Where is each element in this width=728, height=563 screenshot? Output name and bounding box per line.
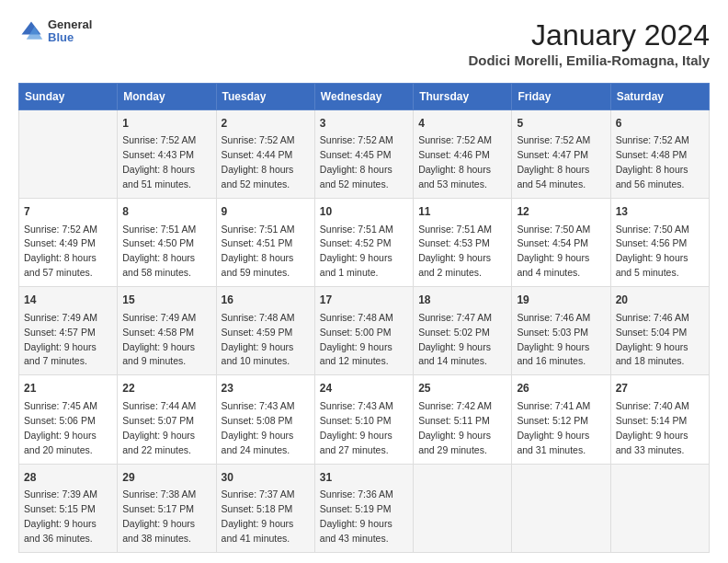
day-info: Sunrise: 7:50 AM Sunset: 4:54 PM Dayligh…	[517, 224, 590, 279]
day-number: 11	[418, 204, 506, 220]
week-row-4: 21Sunrise: 7:45 AM Sunset: 5:06 PM Dayli…	[19, 375, 710, 464]
day-cell: 16Sunrise: 7:48 AM Sunset: 4:59 PM Dayli…	[216, 287, 314, 375]
day-info: Sunrise: 7:45 AM Sunset: 5:06 PM Dayligh…	[24, 400, 97, 455]
week-row-5: 28Sunrise: 7:39 AM Sunset: 5:15 PM Dayli…	[19, 464, 710, 552]
header-cell-thursday: Thursday	[414, 84, 512, 110]
day-info: Sunrise: 7:36 AM Sunset: 5:19 PM Dayligh…	[320, 488, 393, 544]
main-title: January 2024	[468, 18, 710, 52]
day-cell	[19, 110, 118, 199]
logo: General Blue	[18, 18, 92, 45]
day-number: 26	[517, 381, 605, 396]
day-info: Sunrise: 7:52 AM Sunset: 4:49 PM Dayligh…	[24, 224, 97, 279]
calendar-body: 1Sunrise: 7:52 AM Sunset: 4:43 PM Daylig…	[19, 110, 710, 553]
day-info: Sunrise: 7:42 AM Sunset: 5:11 PM Dayligh…	[418, 400, 492, 455]
week-row-2: 7Sunrise: 7:52 AM Sunset: 4:49 PM Daylig…	[19, 199, 710, 287]
day-info: Sunrise: 7:50 AM Sunset: 4:56 PM Dayligh…	[616, 224, 689, 279]
day-info: Sunrise: 7:49 AM Sunset: 4:58 PM Dayligh…	[122, 312, 196, 367]
day-cell: 30Sunrise: 7:37 AM Sunset: 5:18 PM Dayli…	[216, 464, 314, 552]
day-cell	[610, 464, 709, 552]
day-number: 20	[616, 293, 704, 308]
day-cell	[512, 464, 610, 552]
day-cell: 28Sunrise: 7:39 AM Sunset: 5:15 PM Dayli…	[19, 464, 118, 552]
day-number: 28	[24, 470, 112, 486]
day-cell: 7Sunrise: 7:52 AM Sunset: 4:49 PM Daylig…	[19, 199, 118, 287]
day-info: Sunrise: 7:52 AM Sunset: 4:48 PM Dayligh…	[616, 134, 689, 190]
day-info: Sunrise: 7:52 AM Sunset: 4:46 PM Dayligh…	[418, 134, 492, 190]
day-number: 2	[222, 116, 310, 132]
day-cell	[414, 464, 512, 552]
day-cell: 5Sunrise: 7:52 AM Sunset: 4:47 PM Daylig…	[512, 110, 610, 199]
day-info: Sunrise: 7:41 AM Sunset: 5:12 PM Dayligh…	[517, 400, 590, 455]
day-cell: 19Sunrise: 7:46 AM Sunset: 5:03 PM Dayli…	[512, 287, 610, 375]
day-cell: 6Sunrise: 7:52 AM Sunset: 4:48 PM Daylig…	[610, 110, 709, 199]
day-info: Sunrise: 7:49 AM Sunset: 4:57 PM Dayligh…	[24, 312, 97, 367]
day-number: 27	[616, 381, 704, 396]
sub-title: Dodici Morelli, Emilia-Romagna, Italy	[468, 52, 710, 68]
day-number: 10	[320, 204, 408, 220]
day-cell: 12Sunrise: 7:50 AM Sunset: 4:54 PM Dayli…	[512, 199, 610, 287]
day-info: Sunrise: 7:44 AM Sunset: 5:07 PM Dayligh…	[122, 400, 196, 455]
day-info: Sunrise: 7:48 AM Sunset: 5:00 PM Dayligh…	[320, 312, 393, 367]
header-cell-wednesday: Wednesday	[314, 84, 413, 110]
day-number: 17	[320, 293, 408, 308]
day-info: Sunrise: 7:47 AM Sunset: 5:02 PM Dayligh…	[418, 312, 492, 367]
day-number: 30	[222, 470, 310, 486]
day-cell: 18Sunrise: 7:47 AM Sunset: 5:02 PM Dayli…	[414, 287, 512, 375]
day-cell: 10Sunrise: 7:51 AM Sunset: 4:52 PM Dayli…	[314, 199, 413, 287]
day-number: 9	[222, 204, 310, 220]
day-cell: 4Sunrise: 7:52 AM Sunset: 4:46 PM Daylig…	[414, 110, 512, 199]
logo-icon	[18, 18, 44, 44]
day-cell: 20Sunrise: 7:46 AM Sunset: 5:04 PM Dayli…	[610, 287, 709, 375]
day-info: Sunrise: 7:38 AM Sunset: 5:17 PM Dayligh…	[122, 488, 196, 544]
day-number: 12	[517, 204, 605, 220]
day-number: 13	[616, 204, 704, 220]
day-cell: 26Sunrise: 7:41 AM Sunset: 5:12 PM Dayli…	[512, 375, 610, 464]
day-info: Sunrise: 7:52 AM Sunset: 4:45 PM Dayligh…	[320, 134, 393, 190]
day-info: Sunrise: 7:40 AM Sunset: 5:14 PM Dayligh…	[616, 400, 689, 455]
day-number: 1	[122, 116, 210, 132]
day-info: Sunrise: 7:52 AM Sunset: 4:44 PM Dayligh…	[222, 134, 295, 190]
title-block: January 2024 Dodici Morelli, Emilia-Roma…	[468, 18, 710, 68]
week-row-3: 14Sunrise: 7:49 AM Sunset: 4:57 PM Dayli…	[19, 287, 710, 375]
day-info: Sunrise: 7:51 AM Sunset: 4:50 PM Dayligh…	[122, 224, 196, 279]
calendar-table: SundayMondayTuesdayWednesdayThursdayFrid…	[18, 83, 710, 553]
day-info: Sunrise: 7:48 AM Sunset: 4:59 PM Dayligh…	[222, 312, 295, 367]
header-cell-monday: Monday	[118, 84, 216, 110]
day-info: Sunrise: 7:39 AM Sunset: 5:15 PM Dayligh…	[24, 488, 97, 544]
header-cell-saturday: Saturday	[610, 84, 709, 110]
day-number: 29	[122, 470, 210, 486]
day-cell: 25Sunrise: 7:42 AM Sunset: 5:11 PM Dayli…	[414, 375, 512, 464]
header-cell-friday: Friday	[512, 84, 610, 110]
header-row: SundayMondayTuesdayWednesdayThursdayFrid…	[19, 84, 710, 110]
header-cell-sunday: Sunday	[19, 84, 118, 110]
day-cell: 31Sunrise: 7:36 AM Sunset: 5:19 PM Dayli…	[314, 464, 413, 552]
day-cell: 17Sunrise: 7:48 AM Sunset: 5:00 PM Dayli…	[314, 287, 413, 375]
day-number: 3	[320, 116, 408, 132]
day-cell: 29Sunrise: 7:38 AM Sunset: 5:17 PM Dayli…	[118, 464, 216, 552]
day-info: Sunrise: 7:43 AM Sunset: 5:10 PM Dayligh…	[320, 400, 393, 455]
day-cell: 27Sunrise: 7:40 AM Sunset: 5:14 PM Dayli…	[610, 375, 709, 464]
day-number: 25	[418, 381, 506, 396]
day-number: 19	[517, 293, 605, 308]
day-info: Sunrise: 7:51 AM Sunset: 4:51 PM Dayligh…	[222, 224, 295, 279]
day-number: 23	[222, 381, 310, 396]
logo-text: General Blue	[48, 18, 92, 45]
day-number: 15	[122, 293, 210, 308]
day-info: Sunrise: 7:43 AM Sunset: 5:08 PM Dayligh…	[222, 400, 295, 455]
day-number: 7	[24, 204, 112, 220]
day-number: 24	[320, 381, 408, 396]
day-info: Sunrise: 7:51 AM Sunset: 4:52 PM Dayligh…	[320, 224, 393, 279]
day-number: 21	[24, 381, 112, 396]
day-info: Sunrise: 7:51 AM Sunset: 4:53 PM Dayligh…	[418, 224, 492, 279]
day-cell: 2Sunrise: 7:52 AM Sunset: 4:44 PM Daylig…	[216, 110, 314, 199]
day-cell: 15Sunrise: 7:49 AM Sunset: 4:58 PM Dayli…	[118, 287, 216, 375]
day-cell: 13Sunrise: 7:50 AM Sunset: 4:56 PM Dayli…	[610, 199, 709, 287]
day-number: 5	[517, 116, 605, 132]
week-row-1: 1Sunrise: 7:52 AM Sunset: 4:43 PM Daylig…	[19, 110, 710, 199]
day-number: 14	[24, 293, 112, 308]
day-info: Sunrise: 7:37 AM Sunset: 5:18 PM Dayligh…	[222, 488, 295, 544]
day-info: Sunrise: 7:46 AM Sunset: 5:03 PM Dayligh…	[517, 312, 590, 367]
day-number: 16	[222, 293, 310, 308]
day-number: 22	[122, 381, 210, 396]
day-cell: 23Sunrise: 7:43 AM Sunset: 5:08 PM Dayli…	[216, 375, 314, 464]
